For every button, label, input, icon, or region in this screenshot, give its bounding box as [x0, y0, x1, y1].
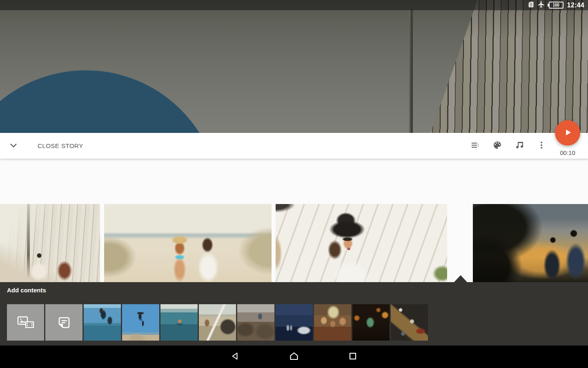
- media-thumb-dusk-rocks[interactable]: [237, 304, 274, 341]
- collapse-preview-button[interactable]: [7, 139, 20, 152]
- close-story-label: CLOSE STORY: [38, 142, 83, 149]
- reorder-clips-button[interactable]: [470, 141, 480, 151]
- play-icon: [562, 127, 573, 139]
- back-button[interactable]: [230, 352, 240, 362]
- android-navigation-bar: [0, 346, 588, 368]
- theme-button[interactable]: [492, 141, 502, 151]
- chevron-down-icon: [8, 146, 19, 152]
- recents-button[interactable]: [348, 352, 358, 362]
- media-thumb-beach-wheel[interactable]: [199, 304, 236, 341]
- theme-palette-icon: [492, 140, 502, 151]
- media-thumb-jump-blue-sky[interactable]: [122, 304, 159, 341]
- media-thumb-swimmer[interactable]: [160, 304, 198, 341]
- media-thumb-picnic-overhead[interactable]: [391, 304, 428, 341]
- timeline-clip-sunset-friends[interactable]: [473, 204, 588, 282]
- insert-position-pointer: [454, 275, 467, 282]
- toolbar-actions: [470, 133, 546, 159]
- home-button[interactable]: [289, 352, 299, 362]
- media-thumb-jumping-into-sea[interactable]: [84, 304, 121, 341]
- overflow-menu-icon: [537, 140, 546, 151]
- clock: 12:44: [567, 2, 584, 9]
- editor-toolbar: CLOSE STORY: [0, 133, 588, 159]
- overflow-menu-button[interactable]: [537, 141, 546, 151]
- battery-percent: 100: [552, 3, 559, 7]
- add-text-icon: [57, 316, 71, 330]
- transition-circle: [0, 70, 220, 133]
- media-strip: [7, 304, 428, 341]
- back-icon: [230, 351, 240, 362]
- add-contents-panel: Add contents: [0, 282, 588, 346]
- story-duration: 00:10: [555, 149, 580, 156]
- white-fence: [421, 0, 588, 133]
- media-thumb-phone-face-night[interactable]: [352, 304, 390, 341]
- add-contents-title: Add contents: [7, 287, 46, 294]
- timeline: [0, 204, 588, 282]
- sim-alert-icon: [528, 1, 534, 9]
- add-photos-videos-button[interactable]: [7, 304, 44, 341]
- music-button[interactable]: [514, 141, 524, 151]
- recents-icon: [348, 351, 358, 362]
- video-preview[interactable]: 100 12:44: [0, 0, 588, 133]
- add-text-button[interactable]: [45, 304, 82, 341]
- battery-icon: 100: [549, 2, 564, 9]
- media-thumb-dinner-table[interactable]: [314, 304, 351, 341]
- media-thumb-night-truck[interactable]: [276, 304, 313, 341]
- add-media-icon: [17, 316, 34, 329]
- fence-pole: [409, 9, 413, 133]
- music-icon: [514, 140, 524, 151]
- home-icon: [289, 351, 299, 362]
- airplane-mode-icon: [537, 0, 545, 10]
- timeline-clip-woman-black-hat[interactable]: [276, 204, 447, 282]
- timeline-clip-girls-by-fence[interactable]: [0, 204, 100, 282]
- movie-creator-editor: 100 12:44 CLOSE STORY: [0, 0, 588, 368]
- timeline-clip-beach-walk[interactable]: [104, 204, 272, 282]
- status-bar: 100 12:44: [0, 0, 588, 10]
- close-story-button[interactable]: CLOSE STORY: [38, 133, 83, 159]
- play-button[interactable]: [555, 120, 580, 146]
- reorder-clips-icon: [470, 140, 480, 151]
